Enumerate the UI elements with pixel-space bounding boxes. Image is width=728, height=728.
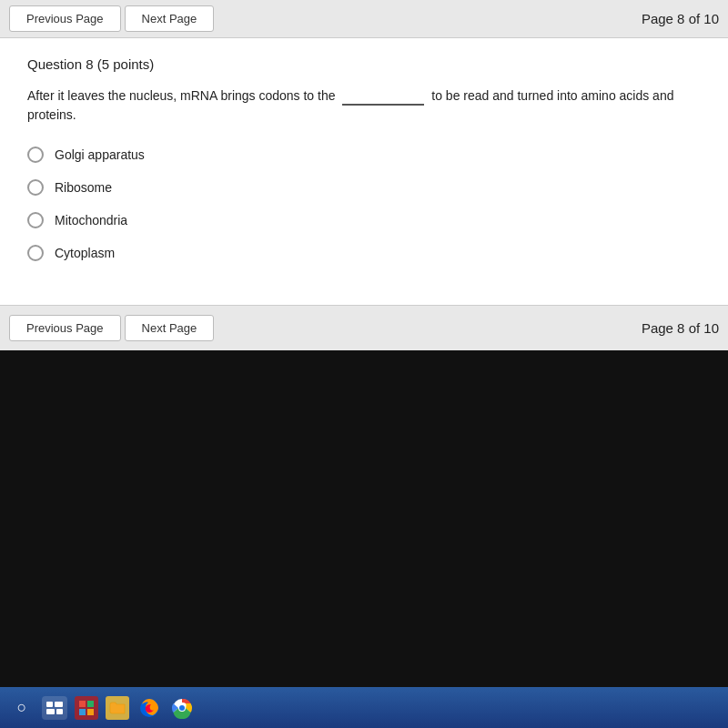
svg-rect-2	[46, 709, 55, 714]
question-points: (5 points)	[97, 56, 155, 72]
taskbar-firefox-icon[interactable]	[136, 695, 162, 721]
taskbar-fileexplorer-icon[interactable]	[106, 696, 129, 720]
bezel-area	[0, 350, 728, 687]
taskbar-chrome-icon[interactable]	[169, 695, 195, 721]
svg-rect-0	[46, 702, 53, 707]
option-label-ribosome: Ribosome	[55, 180, 112, 195]
question-label: Question 8	[27, 56, 94, 72]
list-item[interactable]: Mitochondria	[27, 212, 701, 228]
top-page-indicator: Page 8 of 10	[642, 11, 719, 26]
svg-rect-6	[79, 709, 86, 715]
bottom-prev-page-button[interactable]: Previous Page	[9, 315, 121, 341]
question-text: After it leaves the nucleus, mRNA brings…	[27, 85, 701, 125]
top-prev-page-button[interactable]: Previous Page	[9, 5, 121, 32]
radio-ribosome[interactable]	[27, 179, 44, 196]
radio-golgi[interactable]	[27, 147, 44, 163]
question-header: Question 8 (5 points)	[27, 56, 701, 72]
option-label-golgi: Golgi apparatus	[55, 147, 145, 162]
taskbar-taskview-icon[interactable]	[42, 696, 67, 720]
taskbar-grid-icon[interactable]	[75, 696, 98, 720]
option-label-mitochondria: Mitochondria	[55, 213, 127, 228]
list-item[interactable]: Cytoplasm	[27, 245, 701, 261]
svg-rect-1	[55, 702, 63, 707]
list-item[interactable]: Ribosome	[27, 179, 701, 196]
question-content: Question 8 (5 points) After it leaves th…	[0, 38, 728, 305]
top-next-page-button[interactable]: Next Page	[125, 5, 215, 32]
quiz-area: Previous Page Next Page Page 8 of 10 Que…	[0, 0, 728, 350]
options-list: Golgi apparatus Ribosome Mitochondria Cy…	[27, 147, 701, 261]
bottom-next-page-button[interactable]: Next Page	[125, 315, 215, 341]
taskbar-start-button[interactable]: ○	[9, 695, 35, 721]
svg-rect-5	[87, 701, 94, 707]
question-blank	[342, 85, 424, 106]
svg-rect-3	[56, 709, 63, 714]
question-text-before: After it leaves the nucleus, mRNA brings…	[27, 88, 336, 103]
top-nav: Previous Page Next Page Page 8 of 10	[0, 0, 728, 38]
svg-rect-7	[87, 709, 94, 715]
bottom-nav: Previous Page Next Page Page 8 of 10	[0, 305, 728, 350]
screen: Previous Page Next Page Page 8 of 10 Que…	[0, 0, 728, 728]
dark-area: ○	[0, 350, 728, 728]
radio-cytoplasm[interactable]	[27, 245, 44, 261]
taskbar: ○	[0, 687, 728, 728]
svg-point-11	[179, 705, 185, 711]
radio-mitochondria[interactable]	[27, 212, 44, 228]
svg-rect-4	[79, 701, 86, 707]
bottom-page-indicator: Page 8 of 10	[642, 320, 719, 336]
list-item[interactable]: Golgi apparatus	[27, 147, 701, 163]
option-label-cytoplasm: Cytoplasm	[55, 246, 115, 260]
